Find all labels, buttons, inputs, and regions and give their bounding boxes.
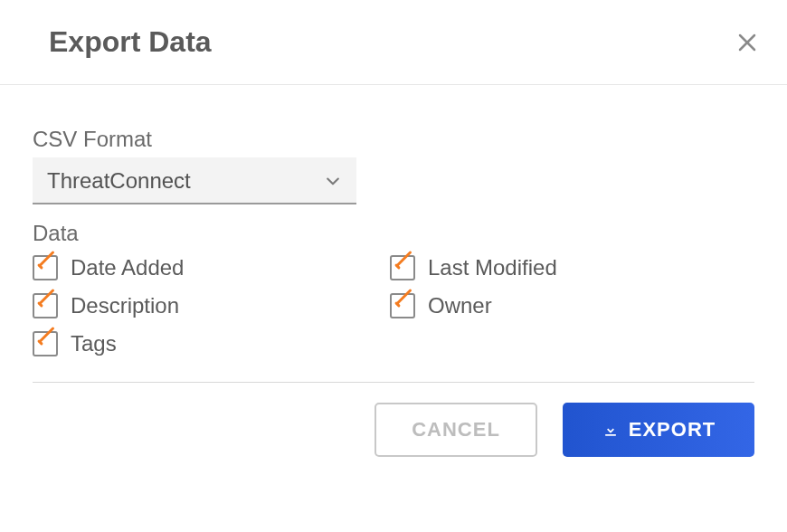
export-data-modal: Export Data CSV Format ThreatConnect Dat…	[0, 0, 787, 482]
checkbox-date-added[interactable]: Date Added	[33, 255, 390, 280]
modal-body: CSV Format ThreatConnect Data Date Added…	[0, 85, 787, 383]
data-section: Data Date Added Description Tags	[33, 221, 754, 356]
data-label: Data	[33, 221, 754, 246]
export-button-label: EXPORT	[629, 418, 716, 442]
checkbox-column-right: Last Modified Owner	[390, 255, 747, 356]
checkbox-label: Tags	[71, 331, 117, 356]
modal-header: Export Data	[0, 0, 787, 85]
csv-format-select[interactable]: ThreatConnect	[33, 157, 356, 204]
cancel-button[interactable]: CANCEL	[375, 403, 537, 457]
export-button[interactable]: EXPORT	[563, 403, 754, 457]
checkbox-label: Date Added	[71, 255, 184, 280]
close-button[interactable]	[735, 30, 760, 55]
close-icon	[736, 32, 758, 53]
download-icon	[602, 421, 620, 439]
checkmark-icon	[390, 293, 415, 318]
checkbox-description[interactable]: Description	[33, 293, 390, 318]
checkbox-last-modified[interactable]: Last Modified	[390, 255, 747, 280]
cancel-button-label: CANCEL	[412, 418, 500, 442]
divider	[33, 382, 754, 383]
checkmark-icon	[390, 255, 415, 280]
checkbox-label: Owner	[428, 293, 492, 318]
checkbox-grid: Date Added Description Tags Last Modifie…	[33, 255, 754, 356]
checkbox-label: Last Modified	[428, 255, 557, 280]
modal-title: Export Data	[49, 25, 212, 59]
checkbox-label: Description	[71, 293, 179, 318]
checkmark-icon	[33, 255, 58, 280]
checkbox-column-left: Date Added Description Tags	[33, 255, 390, 356]
checkmark-icon	[33, 331, 58, 356]
csv-format-label: CSV Format	[33, 127, 754, 152]
checkbox-tags[interactable]: Tags	[33, 331, 390, 356]
checkbox-owner[interactable]: Owner	[390, 293, 747, 318]
csv-format-value: ThreatConnect	[47, 168, 191, 194]
modal-footer: CANCEL EXPORT	[0, 403, 787, 482]
checkmark-icon	[33, 293, 58, 318]
chevron-down-icon	[324, 172, 342, 190]
